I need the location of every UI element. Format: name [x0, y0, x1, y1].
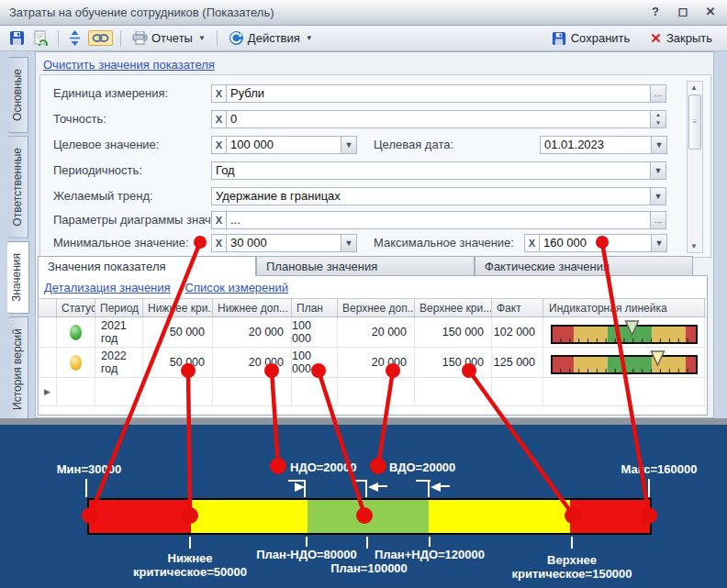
clear-values-link[interactable]: Очистить значения показателя	[43, 58, 215, 72]
scroll-thumb[interactable]: ≡	[688, 94, 701, 150]
title-bar: Затраты на обучение сотрудников (Показат…	[0, 0, 727, 26]
clear-field-icon[interactable]: X	[524, 234, 540, 252]
close-x-icon: ✕	[650, 30, 662, 47]
refresh-document-button[interactable]	[31, 28, 50, 48]
toolbar-separator	[58, 30, 59, 47]
col-header-status[interactable]: Статус	[57, 299, 95, 316]
scroll-down-icon[interactable]: ▼	[688, 242, 699, 250]
chevron-down-icon: ▼	[306, 34, 313, 42]
detail-value-link[interactable]: Детализация значения	[44, 281, 171, 294]
split-arrows-button[interactable]	[66, 28, 84, 48]
vdo-label: ВДО=20000	[389, 460, 455, 474]
indicator-ruler	[550, 320, 699, 345]
unit-field[interactable]: Рубли	[227, 84, 651, 103]
dropdown-button[interactable]: ▼	[652, 136, 667, 154]
bar-red-low	[89, 500, 191, 533]
clear-field-icon[interactable]: X	[211, 211, 227, 229]
save-icon-button[interactable]	[7, 28, 27, 48]
clear-field-icon[interactable]: X	[211, 136, 227, 154]
dropdown-button[interactable]: ▼	[341, 136, 357, 154]
target-date-label: Целевая дата:	[374, 136, 453, 154]
max-value-label: Максимальное значение:	[374, 234, 514, 252]
side-tab-responsible[interactable]: Ответственные	[8, 136, 28, 239]
min-value-field[interactable]: 30 000	[227, 234, 341, 252]
col-header-lower-allowed[interactable]: Нижнее доп...	[213, 299, 292, 316]
side-tab-values[interactable]: Значения	[7, 241, 29, 314]
upper-critical-label: Верхнеекритическое=150000	[498, 553, 645, 581]
clear-field-icon[interactable]: X	[211, 234, 227, 252]
cell-period: 2021 год	[95, 317, 143, 347]
table-row[interactable]: 2021 год 50 000 20 000 100 000 20 000 15…	[39, 317, 706, 348]
chart-params-field[interactable]: ...	[227, 211, 651, 229]
measurements-list-link[interactable]: Список измерений	[185, 281, 288, 294]
scroll-up-icon[interactable]: ▲	[688, 83, 699, 92]
dropdown-button[interactable]: ▼	[651, 187, 666, 205]
link-toggle-button[interactable]	[88, 30, 113, 46]
max-value-field[interactable]: 160 000	[540, 234, 652, 252]
side-tab-main[interactable]: Основные	[8, 57, 28, 133]
main-area: Основные Ответственные Значения История …	[0, 51, 727, 418]
cell-fact: 125 000	[492, 348, 543, 377]
bar-yellow-high	[429, 500, 570, 533]
floppy-icon	[9, 30, 25, 46]
content-panel: Очистить значения показателя Единица изм…	[35, 51, 714, 418]
save-button[interactable]: Сохранить	[548, 29, 634, 48]
cell-period: 2022 год	[95, 348, 143, 377]
window-divider	[0, 418, 727, 425]
col-header-upper-allowed[interactable]: Верхнее доп...	[338, 299, 415, 316]
spinner-buttons[interactable]: ▲▼	[651, 110, 666, 128]
periodicity-field[interactable]: Год	[211, 161, 651, 180]
floppy-icon	[552, 31, 566, 46]
side-tab-history[interactable]: История версий	[8, 316, 28, 422]
target-date-field[interactable]: 01.01.2023	[540, 136, 652, 154]
col-header-lower-critical[interactable]: Нижнее кри...	[143, 299, 213, 316]
clear-field-icon[interactable]: X	[211, 110, 227, 128]
bar-red-high	[570, 500, 650, 533]
max-scale-label: Макс=160000	[595, 462, 723, 476]
maximize-button[interactable]: ◻	[676, 5, 690, 18]
actions-button[interactable]: Действия ▼	[225, 28, 317, 48]
trend-field[interactable]: Удержание в границах	[211, 187, 651, 205]
save-label: Сохранить	[571, 31, 631, 45]
col-header-period[interactable]: Период	[95, 299, 143, 316]
col-header-ruler[interactable]: Индикаторная линейка	[543, 299, 705, 316]
toolbar-separator	[217, 30, 218, 47]
toolbar-separator	[120, 30, 121, 47]
dropdown-button[interactable]: ▼	[341, 234, 357, 252]
plan-label: План=100000	[296, 561, 442, 575]
reports-label: Отчеты	[151, 31, 193, 45]
tab-indicator-values[interactable]: Значения показателя	[38, 256, 256, 276]
ellipsis-button[interactable]: …	[651, 211, 666, 229]
table-row[interactable]: 2022 год 50 000 20 000 100 000 20 000 15…	[39, 348, 706, 378]
col-header-plan[interactable]: План	[292, 299, 338, 316]
unit-label: Единица измерения:	[53, 84, 168, 103]
target-value-field[interactable]: 100 000	[227, 136, 341, 154]
col-header-fact[interactable]: Факт	[492, 299, 543, 316]
chevron-down-icon: ▼	[198, 34, 206, 42]
scale-diagram: Мин=30000 Макс=160000 НДО=20000 ВДО=2000…	[0, 425, 727, 588]
precision-label: Точность:	[53, 110, 106, 128]
clear-field-icon[interactable]: X	[211, 84, 227, 103]
close-button[interactable]: ✕ Закрыть	[646, 28, 716, 49]
close-window-button[interactable]: ✕	[703, 5, 718, 18]
col-header-upper-critical[interactable]: Верхнее кри...	[415, 299, 492, 316]
ellipsis-button[interactable]: …	[651, 84, 666, 103]
periodicity-label: Периодичность:	[53, 161, 142, 180]
form-scrollbar[interactable]: ▲ ≡ ▼	[687, 81, 703, 253]
status-icon-green	[70, 325, 82, 340]
tab-actual-values[interactable]: Фактические значения	[475, 256, 693, 276]
target-value-label: Целевое значение:	[53, 136, 159, 154]
tab-planned-values[interactable]: Плановые значения	[256, 256, 475, 276]
tab-bar: Значения показателя Плановые значения Фа…	[38, 256, 693, 276]
values-table: Статус Период Нижнее кри... Нижнее доп..…	[39, 298, 706, 406]
reports-button[interactable]: Отчеты ▼	[129, 29, 209, 47]
help-button[interactable]: ?	[648, 5, 663, 18]
dropdown-button[interactable]: ▼	[651, 161, 666, 180]
close-label: Закрыть	[666, 31, 712, 45]
table-row-empty[interactable]: ▶	[39, 378, 706, 406]
actions-globe-icon	[229, 30, 244, 46]
precision-field[interactable]: 0	[227, 110, 651, 128]
bar-yellow-low	[191, 500, 308, 533]
cell-plan: 100 000	[292, 348, 338, 377]
dropdown-button[interactable]: ▼	[652, 234, 667, 252]
